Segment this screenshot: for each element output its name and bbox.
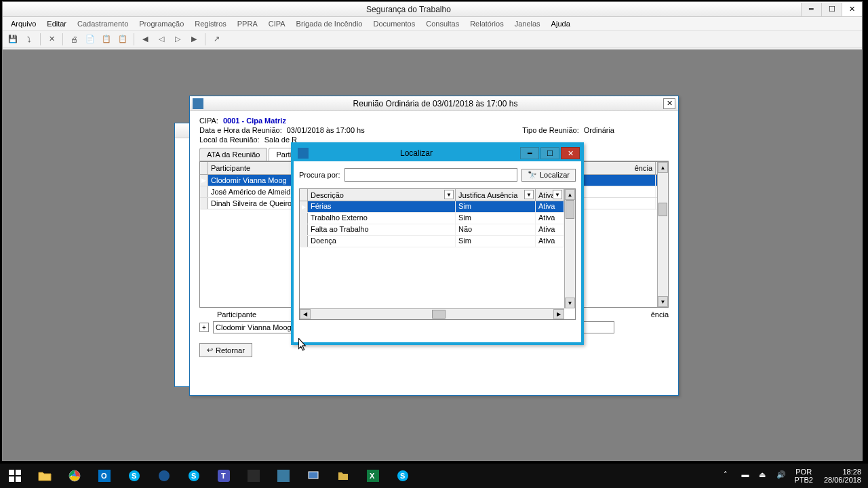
tray-volume-icon[interactable]: 🔊 xyxy=(776,470,787,481)
menu-programação[interactable]: Programação xyxy=(134,18,189,29)
localizar-maximize-button[interactable]: ☐ xyxy=(540,147,559,159)
clock[interactable]: 18:28 28/06/2018 xyxy=(820,468,865,484)
datetime-value: 03/01/2018 às 17:00 hs xyxy=(287,126,365,134)
results-hscroll[interactable]: ◀ ▶ xyxy=(300,308,564,319)
add-button[interactable]: + xyxy=(199,323,209,332)
maximize-button[interactable]: ☐ xyxy=(821,3,842,16)
localizar-titlebar: Localizar ━ ☐ ✕ xyxy=(294,145,581,161)
meeting-dialog-titlebar: Reunião Ordinária de 03/01/2018 às 17:00… xyxy=(190,96,678,111)
print-icon[interactable]: 🖨 xyxy=(66,32,81,47)
meeting-type-value: Ordinária xyxy=(584,126,614,134)
menu-janelas[interactable]: Janelas xyxy=(509,18,546,29)
skype1-button[interactable]: S xyxy=(119,464,149,488)
result-row[interactable]: DoençaSimAtiva xyxy=(300,236,575,247)
menu-registros[interactable]: Registros xyxy=(189,18,231,29)
menu-ppra[interactable]: PPRA xyxy=(232,18,263,29)
app3-button[interactable] xyxy=(269,464,298,488)
svg-text:O: O xyxy=(101,472,107,480)
app5-button[interactable] xyxy=(328,464,358,488)
save-icon[interactable]: 💾 xyxy=(5,32,20,47)
search-label: Procura por: xyxy=(299,171,340,179)
menu-documentos[interactable]: Documentos xyxy=(368,18,420,29)
tray-network-icon[interactable]: ▬ xyxy=(741,470,752,481)
just-dropdown-icon[interactable]: ▼ xyxy=(524,190,534,199)
close-button[interactable]: ✕ xyxy=(842,3,862,16)
scroll-up-icon[interactable]: ▲ xyxy=(658,162,668,173)
export-icon[interactable]: ↗ xyxy=(209,32,224,47)
excel-button[interactable]: X xyxy=(358,464,388,488)
grid-vscrollbar[interactable]: ▲ ▼ xyxy=(657,162,668,307)
result-row[interactable]: Falta ao TrabalhoNãoAtiva xyxy=(300,224,575,236)
row-indicator-icon xyxy=(300,236,308,247)
row-indicator-icon: ▶ xyxy=(200,175,208,186)
preview-icon[interactable]: 📄 xyxy=(83,32,98,47)
chrome-icon xyxy=(68,470,81,482)
menu-relatórios[interactable]: Relatórios xyxy=(465,18,509,29)
participant-absence xyxy=(574,175,656,186)
results-scroll-left-icon[interactable]: ◀ xyxy=(300,309,311,319)
results-scroll-right-icon[interactable]: ▶ xyxy=(553,309,564,319)
chrome-button[interactable] xyxy=(60,464,90,488)
grid-absence-header[interactable]: ência xyxy=(574,162,656,174)
next-icon[interactable]: ▷ xyxy=(170,32,185,47)
results-grid[interactable]: Descrição ▼ Justifica Ausência ▼ Ativa ▼… xyxy=(299,188,576,320)
search-input[interactable] xyxy=(344,168,517,182)
start-button[interactable] xyxy=(0,464,30,488)
save-close-icon[interactable]: ⤵ xyxy=(22,32,37,47)
app2-button[interactable] xyxy=(239,464,269,488)
prev-icon[interactable]: ◁ xyxy=(154,32,169,47)
results-scroll-up-icon[interactable]: ▲ xyxy=(565,189,575,200)
tray-up-icon[interactable]: ˄ xyxy=(724,470,734,481)
teams-button[interactable]: T xyxy=(209,464,239,488)
outlook-button[interactable]: O xyxy=(90,464,119,488)
localizar-dialog: Localizar ━ ☐ ✕ Procura por: 🔭 Localizar xyxy=(291,142,584,345)
first-icon[interactable]: ◀ xyxy=(138,32,153,47)
results-hscroll-thumb[interactable] xyxy=(432,310,446,319)
tab-ata[interactable]: ATA da Reunião xyxy=(199,148,267,161)
desc-dropdown-icon[interactable]: ▼ xyxy=(444,190,454,199)
results-vscroll[interactable]: ▲ ▼ xyxy=(564,189,575,308)
skype3-button[interactable]: S xyxy=(388,464,418,488)
explorer-button[interactable] xyxy=(30,464,60,488)
app1-button[interactable] xyxy=(149,464,179,488)
localizar-minimize-button[interactable]: ━ xyxy=(520,147,539,159)
last-icon[interactable]: ▶ xyxy=(186,32,201,47)
results-ativa-header[interactable]: Ativa ▼ xyxy=(536,189,564,201)
scroll-down-icon[interactable]: ▼ xyxy=(658,296,668,307)
results-scroll-down-icon[interactable]: ▼ xyxy=(565,298,575,308)
menu-ajuda[interactable]: Ajuda xyxy=(546,18,576,29)
participant-absence xyxy=(574,198,656,209)
result-row[interactable]: ▶FériasSimAtiva xyxy=(300,201,575,213)
cancel-icon[interactable]: ✕ xyxy=(44,32,59,47)
menu-brigada-de-incêndio[interactable]: Brigada de Incêndio xyxy=(291,18,368,29)
menu-arquivo[interactable]: Arquivo xyxy=(5,18,41,29)
outlook-icon: O xyxy=(98,470,111,482)
menu-editar[interactable]: Editar xyxy=(41,18,72,29)
menu-cadastramento[interactable]: Cadastramento xyxy=(72,18,134,29)
svg-rect-3 xyxy=(16,476,21,482)
menu-cipa[interactable]: CIPA xyxy=(263,18,291,29)
copy-icon[interactable]: 📋 xyxy=(99,32,114,47)
menu-consultas[interactable]: Consultas xyxy=(420,18,465,29)
row-indicator-icon xyxy=(300,213,308,224)
svg-rect-15 xyxy=(248,470,260,482)
localizar-close-button[interactable]: ✕ xyxy=(561,147,580,159)
skype2-button[interactable]: S xyxy=(179,464,209,488)
results-desc-header[interactable]: Descrição ▼ xyxy=(308,189,456,201)
meeting-dialog-close-button[interactable]: ✕ xyxy=(663,98,675,109)
participant-absence xyxy=(574,186,656,197)
results-vscroll-thumb[interactable] xyxy=(566,200,574,219)
ativa-dropdown-icon[interactable]: ▼ xyxy=(553,190,562,199)
return-button[interactable]: ↩ Retornar xyxy=(199,343,252,357)
paste-icon[interactable]: 📋 xyxy=(115,32,130,47)
scroll-thumb[interactable] xyxy=(658,203,667,216)
app4-button[interactable] xyxy=(298,464,328,488)
datetime-label: Data e Hora da Reunião: xyxy=(199,126,282,134)
taskbar: O S S T X S ˄ ▬ ⏏ 🔊 POR PTB2 18:28 28/06… xyxy=(0,464,868,488)
search-button[interactable]: 🔭 Localizar xyxy=(521,169,576,182)
result-row[interactable]: Trabalho ExternoSimAtiva xyxy=(300,213,575,224)
language-indicator[interactable]: POR PTB2 xyxy=(794,468,813,484)
tray-eject-icon[interactable]: ⏏ xyxy=(759,470,770,481)
results-just-header[interactable]: Justifica Ausência ▼ xyxy=(456,189,536,201)
minimize-button[interactable]: ━ xyxy=(801,3,821,16)
